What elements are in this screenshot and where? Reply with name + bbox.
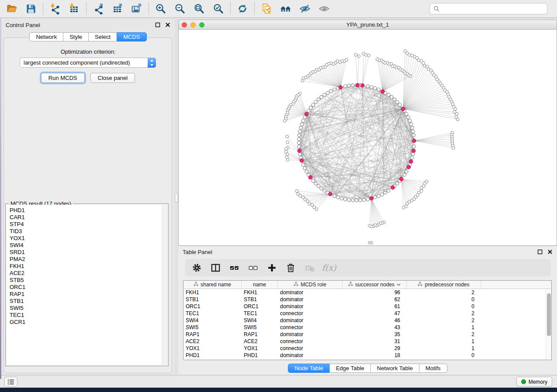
hide-selected-icon[interactable]	[298, 2, 311, 15]
list-item[interactable]: SWI4	[7, 242, 167, 249]
table-scrollbar-thumb[interactable]	[547, 293, 551, 336]
mcds-list-scrollbar[interactable]	[162, 205, 167, 365]
column-header-filler	[481, 281, 551, 289]
table-tabs: Node TableEdge TableNetwork TableMotifs	[178, 364, 557, 373]
open-folder-icon[interactable]	[5, 2, 18, 15]
network-title: YPA_prune.txt_1	[179, 21, 557, 28]
zoom-in-icon[interactable]	[154, 2, 167, 15]
list-item[interactable]: CAR1	[7, 214, 167, 221]
run-mcds-button[interactable]: Run MCDS	[41, 73, 85, 83]
table-row[interactable]: SWI4SWI4dominator462	[183, 317, 551, 324]
gear-icon[interactable]	[190, 261, 203, 274]
tree-icon	[418, 282, 422, 288]
list-item[interactable]: GCR1	[7, 319, 167, 326]
table-row[interactable]: FKH1FKH1dominator962	[183, 289, 551, 296]
import-network-icon[interactable]	[48, 2, 62, 15]
canvas-resize-grip[interactable]	[368, 241, 373, 244]
zoom-fit-icon[interactable]	[193, 2, 206, 15]
list-item[interactable]: SWI5	[7, 305, 167, 312]
export-image-icon[interactable]	[130, 2, 143, 15]
node-table: shared namenameMCDS rolesuccessor nodesp…	[183, 280, 552, 360]
close-panel-icon[interactable]	[165, 22, 170, 28]
dropdown-stepper-icon	[148, 58, 156, 68]
network-canvas[interactable]	[179, 30, 557, 245]
splitter-grip[interactable]	[175, 193, 178, 202]
network-frame: YPA_prune.txt_1	[178, 20, 557, 246]
memory-button[interactable]: Memory	[516, 377, 552, 387]
tab-style[interactable]: Style	[63, 32, 89, 41]
list-item[interactable]: RAP1	[7, 291, 167, 298]
memory-status-icon	[521, 379, 526, 384]
export-network-icon[interactable]	[92, 2, 105, 15]
search-icon	[433, 6, 439, 12]
column-header-predecessor-nodes[interactable]: predecessor nodes	[407, 281, 481, 289]
table-row[interactable]: ACE2ACE2connector311	[183, 338, 551, 345]
mcds-result-group: MCDS result (17 nodes) PHD1CAR1STP4TID3Y…	[5, 203, 169, 366]
mcds-result-list: PHD1CAR1STP4TID3YOX1SWI4SRD1PMA2FKH1ACE2…	[7, 205, 167, 365]
desktop-wallpaper-edge	[0, 18, 1, 379]
delete-column-icon[interactable]	[284, 261, 297, 274]
table-row[interactable]: YOX1YOX1connector291	[183, 345, 551, 352]
duplicate-network-icon[interactable]	[260, 2, 273, 15]
tab-motifs[interactable]: Motifs	[419, 364, 447, 373]
list-item[interactable]: ORC1	[7, 284, 167, 291]
float-table-panel-icon[interactable]	[537, 249, 543, 255]
criterion-label: Optimization criterion:	[1, 48, 175, 55]
task-history-icon[interactable]	[4, 377, 17, 387]
save-icon[interactable]	[24, 2, 38, 15]
table-row[interactable]: RAP1RAP1dominator352	[183, 331, 551, 338]
table-row[interactable]: ORC1ORC1dominator610	[183, 303, 551, 310]
list-item[interactable]: STB5	[7, 277, 167, 284]
list-item[interactable]: STP4	[7, 221, 167, 228]
network-titlebar: YPA_prune.txt_1	[179, 20, 557, 30]
table-panel: Table Panel f(x) shared namenameMCDS rol…	[178, 247, 557, 375]
list-item[interactable]: TID3	[7, 228, 167, 235]
list-item[interactable]: FKH1	[7, 263, 167, 270]
table-scrollbar[interactable]	[546, 289, 551, 360]
tab-mcds[interactable]: MCDS	[117, 32, 146, 41]
tab-network[interactable]: Network	[29, 32, 63, 41]
column-header-successor-nodes[interactable]: successor nodes	[343, 281, 407, 289]
list-item[interactable]: PMA2	[7, 256, 167, 263]
column-header-shared-name[interactable]: shared name	[183, 281, 242, 289]
tab-network-table[interactable]: Network Table	[370, 364, 419, 373]
deselect-all-icon[interactable]	[247, 261, 259, 274]
table-row[interactable]: PHD1PHD1dominator180	[183, 352, 551, 359]
tab-select[interactable]: Select	[88, 32, 117, 41]
add-column-icon[interactable]	[266, 261, 278, 274]
criterion-dropdown[interactable]: largest connected component (undirected)	[20, 58, 156, 68]
close-table-panel-icon[interactable]	[547, 249, 553, 255]
delete-table-icon	[303, 261, 315, 274]
column-header-name[interactable]: name	[242, 281, 278, 289]
list-item[interactable]: ACE2	[7, 270, 167, 277]
function-builder-icon: f(x)	[322, 261, 334, 274]
search-input[interactable]	[439, 6, 543, 12]
panel-splitter[interactable]	[175, 20, 178, 375]
float-panel-icon[interactable]	[155, 22, 160, 28]
tab-edge-table[interactable]: Edge Table	[329, 364, 371, 373]
select-all-icon[interactable]	[228, 261, 240, 274]
table-row[interactable]: STB1STB1dominator620	[183, 296, 551, 303]
tab-node-table[interactable]: Node Table	[288, 364, 330, 373]
list-item[interactable]: SRD1	[7, 249, 167, 256]
refresh-icon[interactable]	[236, 2, 249, 15]
search-box[interactable]	[429, 3, 547, 14]
list-item[interactable]: TEC1	[7, 312, 167, 319]
list-item[interactable]: STB1	[7, 298, 167, 305]
table-row[interactable]: SWI5SWI5connector431	[183, 324, 551, 331]
close-panel-button[interactable]: Close panel	[90, 73, 135, 83]
export-table-icon[interactable]	[111, 2, 124, 15]
control-panel-header: Control Panel	[1, 20, 175, 30]
first-neighbors-icon[interactable]	[279, 2, 292, 15]
table-row[interactable]: TEC1TEC1connector472	[183, 310, 551, 317]
zoom-selected-icon[interactable]	[212, 2, 225, 15]
zoom-out-icon[interactable]	[173, 2, 187, 15]
list-item[interactable]: PHD1	[7, 207, 167, 214]
column-header-MCDS-role[interactable]: MCDS role	[278, 281, 343, 289]
criterion-value: largest connected component (undirected)	[20, 59, 148, 66]
list-item[interactable]: YOX1	[7, 235, 167, 242]
show-all-icon[interactable]	[318, 2, 331, 15]
split-columns-icon[interactable]	[209, 261, 221, 274]
control-panel-tabs: NetworkStyleSelectMCDS	[1, 32, 175, 41]
import-table-icon[interactable]	[68, 2, 81, 15]
